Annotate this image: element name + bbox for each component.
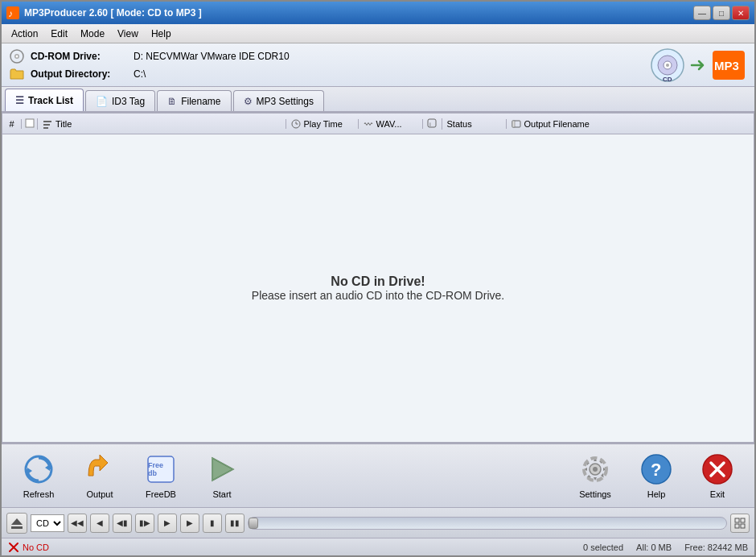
eject-button[interactable] [6,513,27,534]
tab-track-list[interactable]: ☰ Track List [5,89,84,111]
col-playtime: Play Time [286,119,359,129]
status-all-size: All: 0 MB [636,543,672,552]
col-title-label: Title [55,119,72,129]
exit-button[interactable]: Exit [688,448,746,503]
col-hash: # [2,119,22,129]
tab-mp3-settings[interactable]: ⚙ MP3 Settings [233,90,324,111]
col-title: Title [38,119,286,129]
pause-button[interactable]: ▮▮ [225,514,244,533]
prev-button[interactable]: ◀ [90,514,109,533]
menu-bar: Action Edit Mode View Help [2,24,754,43]
svg-rect-12 [26,119,34,127]
col-check [22,118,38,130]
col-playtime-label: Play Time [304,119,343,129]
refresh-icon [22,452,55,486]
main-content: # Title [2,113,754,443]
tab-mp3-settings-label: MP3 Settings [257,96,314,107]
progress-thumb [249,518,258,529]
cd-drive-label: CD-ROM Drive: [31,51,127,62]
cd-drive-value: D: NECVMWar VMware IDE CDR10 [134,51,290,62]
prev-prev-button[interactable]: ◀◀ [68,514,87,533]
svg-rect-20 [512,121,515,127]
help-icon: ? [639,452,673,486]
col-output: Output Filename [507,119,754,129]
next-track-button[interactable]: ▮▶ [135,514,154,533]
output-dir-row: Output Directory: C:\ [10,67,290,81]
cd-icon: CD [650,47,685,83]
svg-rect-34 [11,526,23,529]
tab-bar: ☰ Track List 📄 ID3 Tag 🗎 Filename ⚙ MP3 … [2,87,754,113]
toolbar: Refresh Output Free db [2,443,754,507]
status-nocd: No CD [8,542,49,553]
no-cd-msg: Please insert an audio CD into the CD-RO… [252,289,504,302]
svg-text:i: i [429,121,431,128]
start-icon [205,452,239,486]
exit-label: Exit [710,489,725,499]
prev-track-button[interactable]: ◀▮ [113,514,132,533]
settings-label: Settings [579,489,611,499]
info-bar: CD-ROM Drive: D: NECVMWar VMware IDE CDR… [2,43,754,87]
mp3-settings-icon: ⚙ [244,96,253,107]
title-col-icon [43,119,52,129]
tab-filename[interactable]: 🗎 Filename [157,90,231,111]
start-label: Start [212,489,231,499]
svg-marker-33 [11,518,23,525]
settings-icon [578,452,612,486]
svg-rect-35 [735,518,739,522]
transport-bar: CD ◀◀ ◀ ◀▮ ▮▶ ▶ ▶ ▮ ▮▮ [2,507,754,538]
close-button[interactable]: ✕ [732,6,750,20]
cd-to-mp3-icon: CD MP3 [650,47,746,83]
svg-rect-37 [735,524,739,528]
cd-select[interactable]: CD [31,514,64,532]
settings-button[interactable]: Settings [566,448,624,503]
cd-drive-icon [10,49,24,64]
svg-marker-22 [45,464,50,471]
menu-view[interactable]: View [111,24,145,43]
svg-rect-38 [741,524,745,528]
freedb-label: FreeDB [146,489,176,499]
progress-bar[interactable] [248,517,727,530]
table-header: # Title [2,113,754,134]
svg-rect-15 [43,127,48,129]
title-bar: ♪ MP3Producer 2.60 [ Mode: CD to MP3 ] —… [2,2,754,24]
next-button[interactable]: ▶ [180,514,199,533]
wav-col-icon [364,119,373,129]
freedb-icon: Free db [144,452,178,486]
window-title: MP3Producer 2.60 [ Mode: CD to MP3 ] [24,7,202,19]
maximize-button[interactable]: □ [713,6,730,20]
col-status-label: Status [447,119,472,129]
refresh-button[interactable]: Refresh [10,448,68,503]
arrow-icon [688,56,708,75]
status-selected: 0 selected [583,543,623,552]
col-wav-label: WAV... [376,119,402,129]
minimize-button[interactable]: — [693,6,711,20]
start-button[interactable]: Start [193,448,251,503]
svg-rect-36 [741,518,745,522]
output-button[interactable]: Output [71,448,129,503]
menu-edit[interactable]: Edit [44,24,74,43]
col-status: Status [442,119,507,129]
help-button[interactable]: ? Help [627,448,685,503]
tab-filename-label: Filename [181,96,220,107]
status-right: 0 selected All: 0 MB Free: 82442 MB [583,543,748,552]
filename-icon: 🗎 [167,96,177,107]
nocd-label: No CD [23,543,49,552]
freedb-button[interactable]: Free db FreeDB [132,448,190,503]
content-area: # Title [2,113,754,443]
folder-icon [10,67,24,81]
menu-mode[interactable]: Mode [74,24,111,43]
stop-button[interactable]: ▮ [203,514,222,533]
grid-button[interactable] [730,514,750,533]
status-bar: No CD 0 selected All: 0 MB Free: 82442 M… [2,538,754,555]
title-controls: — □ ✕ [693,6,750,20]
menu-help[interactable]: Help [145,24,178,43]
col-wav: WAV... [359,119,423,129]
play-button[interactable]: ▶ [158,514,177,533]
nocd-icon [8,542,19,553]
playtime-col-icon [291,119,301,129]
svg-text:♪: ♪ [8,8,13,19]
svg-text:db: db [148,469,157,477]
menu-action[interactable]: Action [5,24,44,43]
output-dir-label: Output Directory: [31,68,127,80]
tab-id3-tag[interactable]: 📄 ID3 Tag [85,90,155,111]
